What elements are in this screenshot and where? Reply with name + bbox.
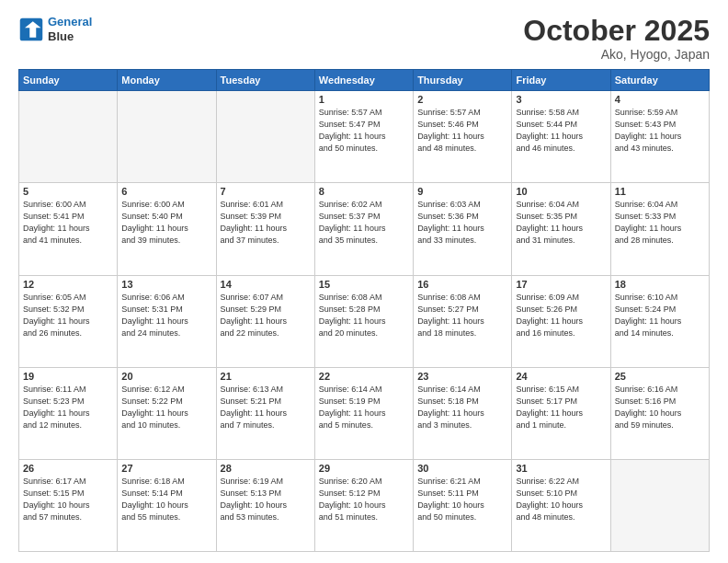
day-number: 30 [417,463,507,474]
day-info: Sunrise: 5:57 AMSunset: 5:46 PMDaylight:… [417,107,507,155]
day-info: Sunrise: 6:10 AMSunset: 5:24 PMDaylight:… [615,292,705,339]
weekday-header-thursday: Thursday [414,70,512,91]
day-info: Sunrise: 6:19 AMSunset: 5:13 PMDaylight:… [221,476,311,523]
logo-icon [18,17,44,42]
day-info: Sunrise: 6:14 AMSunset: 5:19 PMDaylight:… [319,384,409,431]
calendar-cell: 23Sunrise: 6:14 AMSunset: 5:18 PMDayligh… [414,367,512,459]
day-number: 16 [417,279,507,290]
calendar-cell: 27Sunrise: 6:18 AMSunset: 5:14 PMDayligh… [118,459,216,551]
day-number: 3 [516,94,606,105]
day-number: 2 [417,94,507,105]
calendar-cell: 21Sunrise: 6:13 AMSunset: 5:21 PMDayligh… [216,367,314,459]
weekday-header-friday: Friday [512,70,610,91]
day-info: Sunrise: 5:59 AMSunset: 5:43 PMDaylight:… [615,107,705,155]
day-number: 29 [319,463,409,474]
weekday-header-monday: Monday [118,70,216,91]
day-number: 11 [615,186,705,197]
calendar-cell: 30Sunrise: 6:21 AMSunset: 5:11 PMDayligh… [414,459,512,551]
day-info: Sunrise: 6:00 AMSunset: 5:41 PMDaylight:… [23,199,113,247]
day-number: 12 [23,279,113,290]
logo-general: General [48,15,92,29]
day-info: Sunrise: 5:58 AMSunset: 5:44 PMDaylight:… [516,107,606,155]
day-number: 17 [516,279,606,290]
weekday-header-sunday: Sunday [19,70,118,91]
day-number: 5 [23,186,113,197]
calendar-cell: 2Sunrise: 5:57 AMSunset: 5:46 PMDaylight… [414,91,512,183]
calendar-cell: 9Sunrise: 6:03 AMSunset: 5:36 PMDaylight… [414,183,512,275]
calendar-cell: 4Sunrise: 5:59 AMSunset: 5:43 PMDaylight… [610,91,709,183]
calendar-cell: 16Sunrise: 6:08 AMSunset: 5:27 PMDayligh… [414,275,512,367]
calendar-table: SundayMondayTuesdayWednesdayThursdayFrid… [18,69,710,552]
calendar-cell: 6Sunrise: 6:00 AMSunset: 5:40 PMDaylight… [118,183,216,275]
day-info: Sunrise: 6:02 AMSunset: 5:37 PMDaylight:… [319,199,409,247]
calendar-cell: 19Sunrise: 6:11 AMSunset: 5:23 PMDayligh… [19,367,118,459]
weekday-header-tuesday: Tuesday [216,70,314,91]
day-info: Sunrise: 6:03 AMSunset: 5:36 PMDaylight:… [417,199,507,247]
calendar-cell: 1Sunrise: 5:57 AMSunset: 5:47 PMDaylight… [314,91,413,183]
calendar-cell: 14Sunrise: 6:07 AMSunset: 5:29 PMDayligh… [216,275,314,367]
day-info: Sunrise: 5:57 AMSunset: 5:47 PMDaylight:… [319,107,409,155]
calendar-cell [118,91,216,183]
calendar-week-4: 26Sunrise: 6:17 AMSunset: 5:15 PMDayligh… [19,459,710,551]
day-number: 23 [417,371,507,382]
day-number: 15 [319,279,409,290]
day-number: 24 [516,371,606,382]
title-area: October 2025 Ako, Hyogo, Japan [523,15,710,62]
calendar-cell: 24Sunrise: 6:15 AMSunset: 5:17 PMDayligh… [512,367,610,459]
day-number: 14 [221,279,311,290]
calendar-cell: 5Sunrise: 6:00 AMSunset: 5:41 PMDaylight… [19,183,118,275]
calendar-header-row: SundayMondayTuesdayWednesdayThursdayFrid… [19,70,710,91]
day-number: 18 [615,279,705,290]
day-info: Sunrise: 6:17 AMSunset: 5:15 PMDaylight:… [23,476,113,523]
day-info: Sunrise: 6:16 AMSunset: 5:16 PMDaylight:… [615,384,705,431]
day-info: Sunrise: 6:21 AMSunset: 5:11 PMDaylight:… [417,476,507,523]
calendar-cell [610,459,709,551]
calendar-cell: 11Sunrise: 6:04 AMSunset: 5:33 PMDayligh… [610,183,709,275]
calendar-week-1: 5Sunrise: 6:00 AMSunset: 5:41 PMDaylight… [19,183,710,275]
calendar-cell: 28Sunrise: 6:19 AMSunset: 5:13 PMDayligh… [216,459,314,551]
calendar-cell: 26Sunrise: 6:17 AMSunset: 5:15 PMDayligh… [19,459,118,551]
day-info: Sunrise: 6:18 AMSunset: 5:14 PMDaylight:… [121,476,211,523]
location: Ako, Hyogo, Japan [523,47,710,62]
calendar-cell: 12Sunrise: 6:05 AMSunset: 5:32 PMDayligh… [19,275,118,367]
day-info: Sunrise: 6:12 AMSunset: 5:22 PMDaylight:… [121,384,211,431]
day-number: 26 [23,463,113,474]
day-info: Sunrise: 6:07 AMSunset: 5:29 PMDaylight:… [221,292,311,339]
weekday-header-saturday: Saturday [610,70,709,91]
day-info: Sunrise: 6:04 AMSunset: 5:33 PMDaylight:… [615,199,705,247]
day-number: 21 [221,371,311,382]
logo: General Blue [18,15,92,43]
day-number: 10 [516,186,606,197]
day-number: 31 [516,463,606,474]
calendar-cell: 25Sunrise: 6:16 AMSunset: 5:16 PMDayligh… [610,367,709,459]
day-number: 28 [221,463,311,474]
calendar-cell: 31Sunrise: 6:22 AMSunset: 5:10 PMDayligh… [512,459,610,551]
calendar-cell: 8Sunrise: 6:02 AMSunset: 5:37 PMDaylight… [314,183,413,275]
day-number: 1 [319,94,409,105]
day-info: Sunrise: 6:06 AMSunset: 5:31 PMDaylight:… [121,292,211,339]
logo-blue: Blue [48,29,92,44]
calendar-cell: 29Sunrise: 6:20 AMSunset: 5:12 PMDayligh… [314,459,413,551]
calendar-cell: 13Sunrise: 6:06 AMSunset: 5:31 PMDayligh… [118,275,216,367]
day-number: 6 [121,186,211,197]
day-number: 4 [615,94,705,105]
page: General Blue October 2025 Ako, Hyogo, Ja… [0,0,728,563]
calendar-cell: 17Sunrise: 6:09 AMSunset: 5:26 PMDayligh… [512,275,610,367]
calendar-cell: 20Sunrise: 6:12 AMSunset: 5:22 PMDayligh… [118,367,216,459]
calendar-cell: 3Sunrise: 5:58 AMSunset: 5:44 PMDaylight… [512,91,610,183]
month-title: October 2025 [523,15,710,47]
day-info: Sunrise: 6:05 AMSunset: 5:32 PMDaylight:… [23,292,113,339]
calendar-cell [216,91,314,183]
calendar-week-0: 1Sunrise: 5:57 AMSunset: 5:47 PMDaylight… [19,91,710,183]
day-number: 13 [121,279,211,290]
day-info: Sunrise: 6:14 AMSunset: 5:18 PMDaylight:… [417,384,507,431]
calendar-cell: 7Sunrise: 6:01 AMSunset: 5:39 PMDaylight… [216,183,314,275]
day-number: 25 [615,371,705,382]
day-number: 7 [221,186,311,197]
calendar-cell: 10Sunrise: 6:04 AMSunset: 5:35 PMDayligh… [512,183,610,275]
day-number: 20 [121,371,211,382]
day-info: Sunrise: 6:00 AMSunset: 5:40 PMDaylight:… [121,199,211,247]
day-info: Sunrise: 6:13 AMSunset: 5:21 PMDaylight:… [221,384,311,431]
day-number: 27 [121,463,211,474]
header: General Blue October 2025 Ako, Hyogo, Ja… [18,15,710,62]
